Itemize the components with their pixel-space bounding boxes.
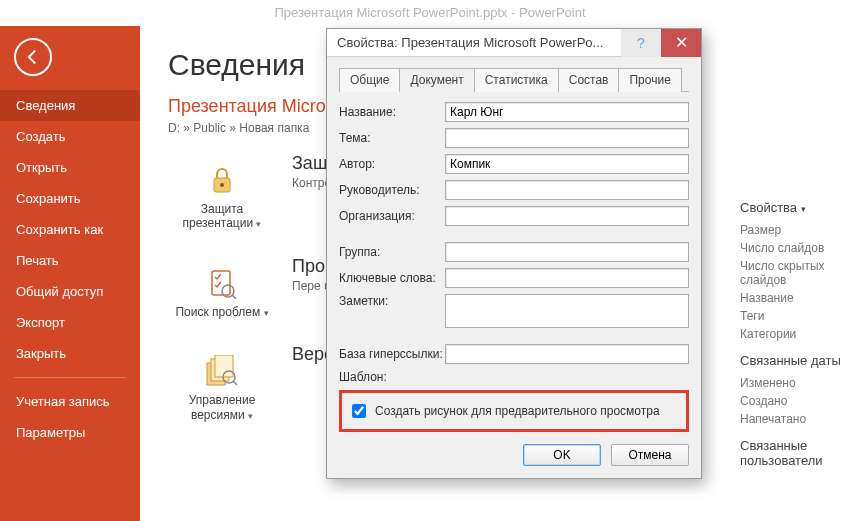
title-input[interactable]	[445, 102, 689, 122]
svg-point-1	[220, 183, 224, 187]
prop-printed: Напечатано	[740, 410, 860, 428]
tab-custom[interactable]: Прочие	[618, 68, 681, 92]
chevron-down-icon: ▾	[256, 219, 261, 229]
subject-label: Тема:	[339, 131, 445, 145]
back-button[interactable]	[14, 38, 52, 76]
manager-label: Руководитель:	[339, 183, 445, 197]
tab-general[interactable]: Общие	[339, 68, 400, 92]
sidebar-item-open[interactable]: Открыть	[0, 152, 140, 183]
sidebar-item-share[interactable]: Общий доступ	[0, 276, 140, 307]
keywords-input[interactable]	[445, 268, 689, 288]
help-button[interactable]: ?	[621, 29, 661, 57]
ok-button[interactable]: OK	[523, 444, 601, 466]
company-label: Организация:	[339, 209, 445, 223]
tab-contents[interactable]: Состав	[558, 68, 620, 92]
cancel-button[interactable]: Отмена	[611, 444, 689, 466]
prop-tags[interactable]: Теги	[740, 307, 860, 325]
category-input[interactable]	[445, 242, 689, 262]
sidebar-item-saveas[interactable]: Сохранить как	[0, 214, 140, 245]
author-label: Автор:	[339, 157, 445, 171]
sidebar-item-save[interactable]: Сохранить	[0, 183, 140, 214]
card-label: Управление версиями ▾	[173, 393, 271, 422]
chevron-down-icon: ▾	[264, 308, 269, 318]
keywords-label: Ключевые слова:	[339, 271, 445, 285]
lock-icon	[173, 162, 271, 198]
sidebar-item-account[interactable]: Учетная запись	[0, 386, 140, 417]
backstage-sidebar: Сведения Создать Открыть Сохранить Сохра…	[0, 26, 140, 521]
dialog-title: Свойства: Презентация Microsoft PowerPo.…	[327, 35, 621, 50]
sidebar-item-new[interactable]: Создать	[0, 121, 140, 152]
checklist-icon	[173, 265, 271, 301]
sidebar-item-close[interactable]: Закрыть	[0, 338, 140, 369]
chevron-down-icon: ▾	[248, 411, 253, 421]
manage-versions-button[interactable]: Управление версиями ▾	[168, 344, 276, 429]
sidebar-item-info[interactable]: Сведения	[0, 90, 140, 121]
sidebar-item-print[interactable]: Печать	[0, 245, 140, 276]
properties-heading[interactable]: Свойства ▾	[740, 200, 860, 215]
svg-line-9	[233, 381, 237, 385]
app-titlebar: Презентация Microsoft PowerPoint.pptx - …	[0, 0, 860, 26]
comments-input[interactable]	[445, 294, 689, 328]
title-label: Название:	[339, 105, 445, 119]
author-input[interactable]	[445, 154, 689, 174]
hyperlink-label: База гиперссылки:	[339, 347, 445, 361]
prop-created: Создано	[740, 392, 860, 410]
dialog-tabs: Общие Документ Статистика Состав Прочие	[339, 67, 689, 92]
protect-presentation-button[interactable]: Защита презентации ▾	[168, 153, 276, 238]
sidebar-separator	[14, 377, 126, 378]
related-dates-heading: Связанные даты	[740, 353, 860, 368]
manager-input[interactable]	[445, 180, 689, 200]
save-preview-checkbox[interactable]	[352, 404, 366, 418]
prop-categories[interactable]: Категории	[740, 325, 860, 343]
sidebar-item-options[interactable]: Параметры	[0, 417, 140, 448]
related-people-heading: Связанные пользователи	[740, 438, 860, 468]
versions-icon	[173, 353, 271, 389]
subject-input[interactable]	[445, 128, 689, 148]
template-label: Шаблон:	[339, 370, 689, 384]
arrow-left-icon	[23, 47, 43, 67]
help-icon: ?	[637, 35, 645, 51]
company-input[interactable]	[445, 206, 689, 226]
check-issues-button[interactable]: Поиск проблем ▾	[168, 256, 276, 326]
properties-dialog: Свойства: Презентация Microsoft PowerPo.…	[326, 28, 702, 479]
sidebar-item-export[interactable]: Экспорт	[0, 307, 140, 338]
prop-slides[interactable]: Число слайдов	[740, 239, 860, 257]
comments-label: Заметки:	[339, 294, 445, 308]
save-preview-checkbox-row[interactable]: Создать рисунок для предварительного про…	[339, 390, 689, 432]
category-label: Группа:	[339, 245, 445, 259]
save-preview-label: Создать рисунок для предварительного про…	[375, 404, 660, 418]
prop-title[interactable]: Название	[740, 289, 860, 307]
hyperlink-input[interactable]	[445, 344, 689, 364]
tab-statistics[interactable]: Статистика	[474, 68, 559, 92]
close-icon: ✕	[675, 33, 688, 52]
card-label: Защита презентации ▾	[173, 202, 271, 231]
prop-modified: Изменено	[740, 374, 860, 392]
card-label: Поиск проблем ▾	[173, 305, 271, 319]
close-button[interactable]: ✕	[661, 29, 701, 57]
tab-document[interactable]: Документ	[399, 68, 474, 92]
properties-panel: Свойства ▾ Размер Число слайдов Число ск…	[740, 190, 860, 474]
prop-size[interactable]: Размер	[740, 221, 860, 239]
svg-line-4	[232, 295, 236, 299]
chevron-down-icon: ▾	[801, 204, 806, 214]
dialog-titlebar[interactable]: Свойства: Презентация Microsoft PowerPo.…	[327, 29, 701, 57]
prop-hidden-slides[interactable]: Число скрытых слайдов	[740, 257, 860, 289]
